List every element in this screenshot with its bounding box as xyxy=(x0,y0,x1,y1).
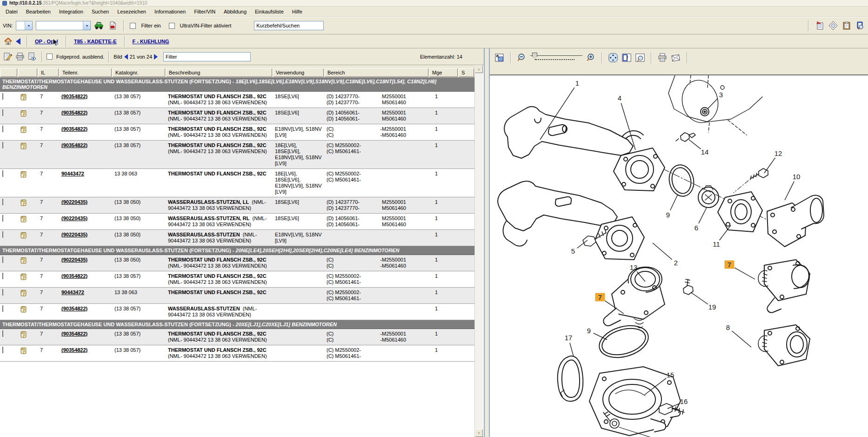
vehicle-icon[interactable] xyxy=(94,20,104,31)
part-document-icon[interactable] xyxy=(20,171,27,178)
return-document-icon[interactable] xyxy=(815,20,825,31)
scroll-up-icon[interactable]: ▲ xyxy=(475,65,483,73)
table-row[interactable]: 7(90220435)(13 38 050)WASSERAUSLASS-STUT… xyxy=(0,230,474,246)
menu-item-einkaufsliste[interactable]: Einkaufsliste xyxy=(251,7,288,16)
kurzbefehl-input[interactable] xyxy=(254,21,324,30)
vin-mode-select[interactable]: ▼ xyxy=(16,21,33,30)
callout-2[interactable]: 2 xyxy=(653,243,678,267)
menu-item-filter-vin[interactable]: Filter/VIN xyxy=(190,7,220,16)
zoom-slider-handle[interactable] xyxy=(532,53,537,60)
column-header-select[interactable] xyxy=(0,68,17,77)
breadcrumb-link-3[interactable]: F - KUEHLUNG xyxy=(133,39,169,44)
part-number-link[interactable]: (90354822) xyxy=(61,110,87,115)
part-document-icon[interactable] xyxy=(20,289,27,296)
pane-splitter[interactable] xyxy=(484,48,490,437)
table-row[interactable]: 7(90220435)(13 38 050)WASSERAUSLASS-STUT… xyxy=(0,197,474,214)
callout-3[interactable]: 3 xyxy=(708,91,723,109)
table-row[interactable]: 79044347213 38 063THERMOSTAT UND FLANSCH… xyxy=(0,288,474,304)
part-document-icon[interactable] xyxy=(20,215,27,222)
part-document-icon[interactable] xyxy=(20,331,27,338)
mail-icon[interactable] xyxy=(671,53,681,63)
table-row[interactable]: 7(90354822)(13 38 057)THERMOSTAT UND FLA… xyxy=(0,345,474,362)
callout-7-highlighted[interactable]: 7 xyxy=(725,261,755,279)
part-number-link[interactable]: 90443472 xyxy=(61,289,84,295)
folgeprod-checkbox[interactable] xyxy=(47,54,53,60)
column-header-mge[interactable]: Mge xyxy=(429,68,458,77)
table-row[interactable]: 79044347213 38 063THERMOSTAT UND FLANSCH… xyxy=(0,169,474,197)
row-checkbox[interactable] xyxy=(2,273,3,279)
filter-ein-checkbox[interactable] xyxy=(130,23,136,29)
callout-9[interactable]: 9 xyxy=(587,327,607,340)
zoom-in-icon[interactable] xyxy=(586,53,596,63)
breadcrumb-link-2[interactable]: T85 - KADETTE-E xyxy=(74,39,117,44)
vin-input-select[interactable]: ▼ xyxy=(36,21,91,30)
row-checkbox[interactable] xyxy=(2,142,3,148)
callout-6[interactable]: 6 xyxy=(694,208,707,232)
part-document-icon[interactable] xyxy=(20,232,27,239)
table-row[interactable]: 7(90220435)(13 38 050)WASSERAUSLASS-STUT… xyxy=(0,214,474,230)
callout-12[interactable]: 12 xyxy=(764,149,782,173)
callout-9[interactable]: 9 xyxy=(666,195,678,219)
callout-10[interactable]: 10 xyxy=(785,173,800,200)
part-document-icon[interactable] xyxy=(20,142,27,149)
row-checkbox[interactable] xyxy=(2,231,3,238)
row-checkbox[interactable] xyxy=(2,289,3,296)
menu-item-bearbeiten[interactable]: Bearbeiten xyxy=(22,7,55,16)
row-checkbox[interactable] xyxy=(2,109,3,116)
print-icon[interactable] xyxy=(15,52,25,62)
part-number-link[interactable]: (90220435) xyxy=(61,232,87,237)
part-document-icon[interactable] xyxy=(20,110,27,117)
row-checkbox[interactable] xyxy=(2,199,3,205)
table-row[interactable]: 7(90220435)(13 38 050)THERMOSTAT UND FLA… xyxy=(0,255,474,271)
part-document-icon[interactable] xyxy=(20,94,27,101)
part-document-icon[interactable] xyxy=(20,257,27,264)
breadcrumb-link-1[interactable]: OP - Opel xyxy=(35,39,58,44)
part-number-link[interactable]: (90354822) xyxy=(61,347,87,353)
table-row[interactable]: 7(90354822)(13 38 057)THERMOSTAT UND FLA… xyxy=(0,141,474,169)
previous-image-icon[interactable] xyxy=(124,54,128,60)
column-header-il[interactable]: IL xyxy=(38,68,59,77)
pan-icon[interactable] xyxy=(608,53,618,63)
print-preview-icon[interactable] xyxy=(27,52,37,62)
callout-11[interactable]: 11 xyxy=(713,225,731,248)
table-row[interactable]: 7(90354822)(13 38 057)THERMOSTAT UND FLA… xyxy=(0,124,474,141)
part-document-icon[interactable] xyxy=(20,126,27,133)
zoom-out-icon[interactable] xyxy=(517,53,527,63)
part-number-link[interactable]: 90443472 xyxy=(61,171,84,176)
column-header-beschreibung[interactable]: Beschreibung xyxy=(166,68,272,77)
menu-item-datei[interactable]: Datei xyxy=(1,7,22,16)
table-scrollbar[interactable]: ▲ ▼ xyxy=(474,65,483,437)
row-checkbox[interactable] xyxy=(2,330,3,337)
catalog-search-icon[interactable] xyxy=(855,20,865,31)
callout-19[interactable]: 19 xyxy=(691,292,716,311)
part-number-link[interactable]: (90220435) xyxy=(61,257,87,262)
menu-item-lesezeichen[interactable]: Lesezeichen xyxy=(113,7,150,16)
note-icon[interactable] xyxy=(828,20,838,31)
callout-17[interactable]: 17 xyxy=(565,334,574,356)
back-icon[interactable] xyxy=(16,38,20,45)
column-header-bereich[interactable]: Bereich xyxy=(325,68,428,77)
menu-item-informationen[interactable]: Informationen xyxy=(150,7,190,16)
part-number-link[interactable]: (90354822) xyxy=(61,273,87,279)
menu-item-hilfe[interactable]: Hilfe xyxy=(288,7,307,16)
menu-item-suchen[interactable]: Suchen xyxy=(87,7,113,16)
filter-input[interactable] xyxy=(163,52,251,61)
part-document-icon[interactable] xyxy=(20,199,27,206)
zoom-region-icon[interactable] xyxy=(635,53,645,63)
table-row[interactable]: 7(90354822)(13 38 057)THERMOSTAT UND FLA… xyxy=(0,108,474,124)
zoom-slider[interactable] xyxy=(530,52,582,63)
callout-5[interactable]: 5 xyxy=(571,240,588,255)
row-checkbox[interactable] xyxy=(2,93,3,100)
row-checkbox[interactable] xyxy=(2,256,3,263)
table-row[interactable]: 7(90354822)(13 38 057)WASSERAUSLASS-STUT… xyxy=(0,304,474,320)
row-checkbox[interactable] xyxy=(2,126,3,132)
menu-item-abbildung[interactable]: Abbildung xyxy=(220,7,251,16)
row-checkbox[interactable] xyxy=(2,170,3,177)
callout-14[interactable]: 14 xyxy=(689,140,708,156)
column-header-s[interactable]: S xyxy=(459,68,474,77)
chevron-down-icon[interactable]: ▼ xyxy=(83,21,90,30)
part-document-icon[interactable] xyxy=(20,306,27,313)
table-row[interactable]: 7(90354822)(13 38 057)THERMOSTAT UND FLA… xyxy=(0,92,474,108)
table-row[interactable]: 7(90354822)(13 38 057)THERMOSTAT UND FLA… xyxy=(0,329,474,345)
ultravin-checkbox[interactable] xyxy=(169,23,175,29)
